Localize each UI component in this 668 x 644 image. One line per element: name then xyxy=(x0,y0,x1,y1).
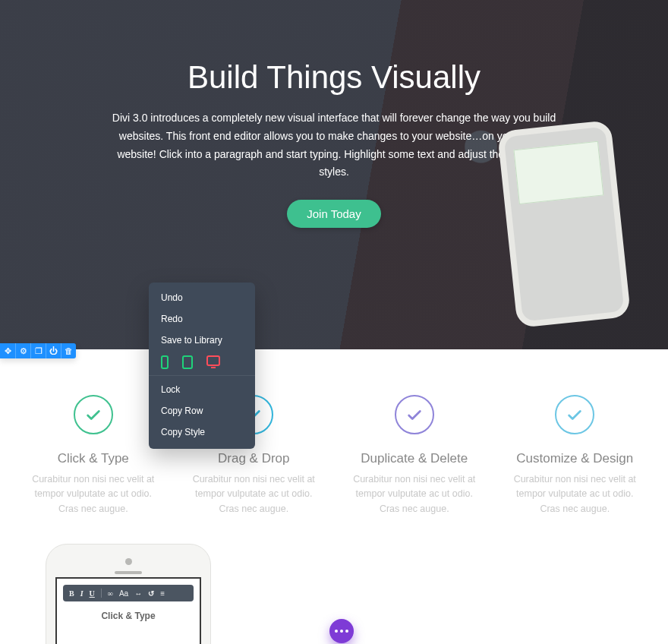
feature-desc: Curabitur non nisi nec velit at tempor v… xyxy=(191,472,317,516)
cta-button[interactable]: Join Today xyxy=(287,200,380,228)
link-icon[interactable]: ∞ xyxy=(108,589,113,598)
undo-icon[interactable]: ↺ xyxy=(148,589,154,598)
divider xyxy=(101,589,102,598)
builder-toolbar: ✥ ⚙ ❐ ⏻ 🗑 xyxy=(0,343,76,358)
feature-desc: Curabitur non nisi nec velit at tempor v… xyxy=(351,472,477,516)
text-editor-toolbar: B I U ∞ Aa ↔ ↺ ≡ xyxy=(63,585,194,601)
hero-phone-illustration xyxy=(497,120,631,328)
feature-duplicate-delete: Duplicate & Delete Curabitur non nisi ne… xyxy=(351,395,477,516)
device-phone-icon[interactable] xyxy=(161,355,169,369)
context-menu: Undo Redo Save to Library Lock Copy Row … xyxy=(149,283,255,449)
feature-click-type: Click & Type Curabitur non nisi nec veli… xyxy=(30,395,156,516)
context-menu-copy-style[interactable]: Copy Style xyxy=(149,421,255,443)
context-menu-copy-row[interactable]: Copy Row xyxy=(149,400,255,421)
underline-icon[interactable]: U xyxy=(90,589,95,598)
trash-icon[interactable]: 🗑 xyxy=(61,343,76,358)
feature-title: Duplicate & Delete xyxy=(351,451,477,466)
arrows-icon[interactable]: ↔ xyxy=(134,589,142,598)
check-icon xyxy=(395,395,434,434)
features-row: Click & Type Curabitur non nisi nec veli… xyxy=(0,349,668,516)
list-icon[interactable]: ≡ xyxy=(160,589,165,598)
feature-title: Click & Type xyxy=(30,451,156,466)
feature-title: Customize & Design xyxy=(512,451,638,466)
feature-desc: Curabitur non nisi nec velit at tempor v… xyxy=(30,472,156,516)
dot-icon xyxy=(335,630,338,633)
italic-icon[interactable]: I xyxy=(80,589,84,598)
feature-desc: Curabitur non nisi nec velit at tempor v… xyxy=(512,472,638,516)
phone-screen-heading: Click & Type xyxy=(63,611,194,621)
hero-paragraph: Divi 3.0 introduces a completely new vis… xyxy=(106,109,562,182)
dot-icon xyxy=(340,630,343,633)
context-menu-undo[interactable]: Undo xyxy=(149,287,255,308)
power-icon[interactable]: ⏻ xyxy=(46,343,61,358)
bold-icon[interactable]: B xyxy=(69,589,74,598)
more-options-fab[interactable] xyxy=(329,619,354,643)
feature-title: Drag & Drop xyxy=(191,451,317,466)
font-icon[interactable]: Aa xyxy=(119,589,128,598)
dot-icon xyxy=(345,630,348,633)
device-desktop-icon[interactable] xyxy=(206,355,220,366)
feature-customize-design: Customize & Design Curabitur non nisi ne… xyxy=(512,395,638,516)
phone-screen: B I U ∞ Aa ↔ ↺ ≡ Click & Type xyxy=(55,577,201,644)
context-menu-redo[interactable]: Redo xyxy=(149,308,255,330)
hero-title: Build Things Visually xyxy=(187,59,481,96)
context-menu-lock[interactable]: Lock xyxy=(149,379,255,400)
phone-mockup: B I U ∞ Aa ↔ ↺ ≡ Click & Type xyxy=(46,544,211,644)
check-icon xyxy=(74,395,113,434)
context-menu-devices xyxy=(149,351,255,372)
device-tablet-icon[interactable] xyxy=(182,355,193,369)
move-icon[interactable]: ✥ xyxy=(0,343,15,358)
divider xyxy=(149,375,255,376)
context-menu-save[interactable]: Save to Library xyxy=(149,330,255,351)
phone-camera-icon xyxy=(125,558,132,565)
gear-icon[interactable]: ⚙ xyxy=(15,343,30,358)
hero-section: Build Things Visually Divi 3.0 introduce… xyxy=(0,0,668,349)
duplicate-icon[interactable]: ❐ xyxy=(30,343,46,358)
check-icon xyxy=(555,395,594,434)
phone-speaker-icon xyxy=(115,571,142,574)
